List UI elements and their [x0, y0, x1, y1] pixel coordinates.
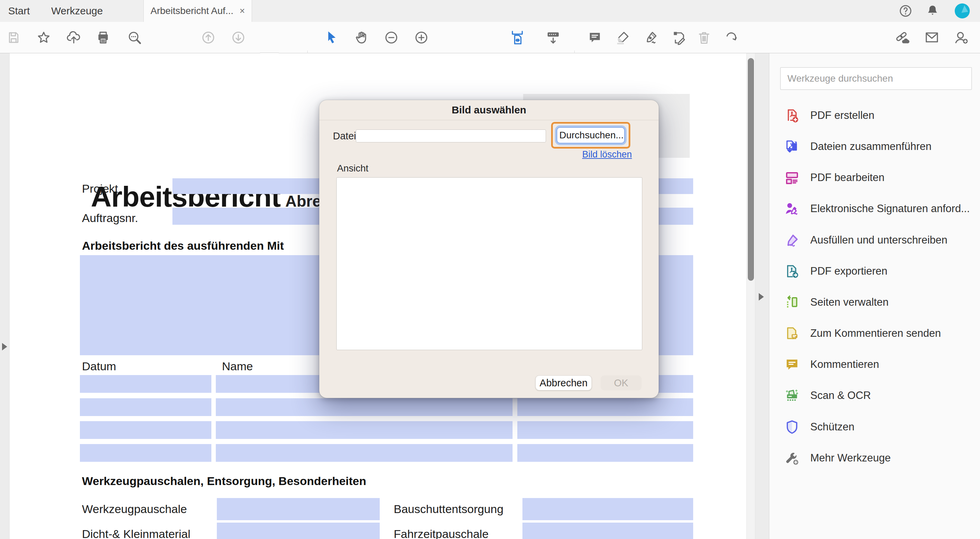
print-icon[interactable]	[95, 30, 111, 45]
redo-icon[interactable]	[724, 30, 738, 45]
travel-flat-rate-field[interactable]	[522, 523, 693, 539]
save-icon[interactable]	[6, 30, 21, 45]
add-user-icon[interactable]	[953, 30, 969, 45]
tools-search-input[interactable]	[780, 67, 972, 90]
file-label: Datei:	[333, 129, 359, 142]
fit-width-icon[interactable]	[509, 30, 525, 45]
dialog-divider	[319, 120, 659, 120]
delete-image-link[interactable]: Bild löschen	[582, 149, 632, 160]
sidebar-item-seiten-verwalten[interactable]: Seiten verwalten	[784, 293, 888, 311]
sidebar-item-zum-kommentieren-senden[interactable]: Zum Kommentieren senden	[784, 324, 941, 343]
tool-flat-rate-field[interactable]	[217, 498, 380, 520]
next-page-icon[interactable]	[231, 30, 246, 45]
cloud-upload-icon[interactable]	[66, 30, 81, 45]
more-tools-icon	[784, 450, 800, 466]
protect-shield-icon	[784, 419, 800, 435]
seal-material-field[interactable]	[217, 523, 380, 539]
hours-field[interactable]	[517, 398, 693, 416]
request-signatures-icon	[784, 201, 800, 217]
sign-pen-icon[interactable]	[643, 30, 658, 45]
vertical-scrollbar-thumb[interactable]	[748, 58, 754, 281]
expand-left-panel-icon[interactable]	[2, 343, 7, 351]
image-preview-area	[336, 177, 642, 350]
page-scrolling-icon[interactable]	[545, 30, 561, 45]
name-field[interactable]	[216, 444, 512, 462]
help-icon[interactable]	[898, 4, 913, 18]
select-tool-icon[interactable]	[325, 30, 339, 45]
right-panel-strip	[755, 53, 769, 539]
date-field[interactable]	[80, 444, 212, 462]
highlighter-icon[interactable]	[615, 30, 630, 45]
debris-disposal-field[interactable]	[522, 498, 693, 520]
user-avatar[interactable]	[954, 3, 970, 19]
edit-document-icon[interactable]	[671, 30, 686, 45]
date-field[interactable]	[80, 375, 212, 393]
edit-pdf-icon	[784, 170, 800, 186]
email-icon[interactable]	[924, 30, 940, 45]
sidebar-item-pdf-erstellen[interactable]: PDF erstellen	[784, 106, 875, 125]
sidebar-item-kommentieren[interactable]: Kommentieren	[784, 355, 879, 374]
select-image-dialog: Bild auswählen Datei: Durchsuchen... Bil…	[319, 100, 659, 398]
name-field[interactable]	[216, 421, 512, 439]
left-panel-strip	[0, 53, 10, 539]
debris-disposal-label: Bauschuttentsorgung	[394, 502, 503, 516]
zoom-out-icon[interactable]	[384, 30, 399, 45]
sidebar-item-dateien-zusammenfuehren[interactable]: Dateien zusammenführen	[784, 137, 932, 156]
section1-heading: Arbeitsbericht des ausführenden Mit	[82, 239, 284, 252]
travel-flat-rate-label: Fahrzeitpauschale	[394, 527, 488, 539]
hand-tool-icon[interactable]	[354, 30, 369, 45]
hours-field[interactable]	[517, 421, 693, 439]
top-tab-bar: Start Werkzeuge Arbeitsbericht Auf... ×	[0, 0, 980, 22]
scan-ocr-icon	[784, 388, 800, 404]
name-column-header: Name	[222, 359, 253, 373]
star-favorite-icon[interactable]	[36, 30, 51, 45]
notifications-bell-icon[interactable]	[925, 4, 940, 18]
ok-button[interactable]: OK	[601, 375, 642, 391]
dialog-title: Bild auswählen	[319, 100, 659, 120]
zoom-in-icon[interactable]	[414, 30, 429, 45]
share-link-icon[interactable]	[894, 30, 910, 45]
tools-panel: PDF erstellen Dateien zusammenführen PDF…	[769, 53, 980, 539]
datum-column-header: Datum	[82, 359, 116, 373]
hours-field[interactable]	[517, 444, 693, 462]
tool-flat-rate-label: Werkzeugpauschale	[82, 502, 187, 516]
file-path-input[interactable]	[356, 129, 546, 142]
comment-tool-icon	[784, 357, 800, 373]
sidebar-item-ausfuellen-unterschreiben[interactable]: Ausfüllen und unterschreiben	[784, 231, 948, 249]
section2-heading: Werkzeugpauschalen, Entsorgung, Besonder…	[82, 474, 366, 488]
delete-trash-icon[interactable]	[697, 30, 712, 45]
acrobat-window: Start Werkzeuge Arbeitsbericht Auf... ×	[0, 0, 980, 539]
fill-sign-icon	[784, 232, 800, 248]
sidebar-item-signaturen-anfordern[interactable]: Elektronische Signaturen anford...	[784, 199, 970, 218]
cancel-button[interactable]: Abbrechen	[535, 375, 592, 391]
seal-material-label: Dicht-& Kleinmaterial	[82, 527, 190, 539]
search-icon[interactable]	[127, 30, 142, 45]
comment-icon[interactable]	[587, 30, 602, 45]
sidebar-item-scan-ocr[interactable]: Scan & OCR	[784, 386, 871, 405]
menu-werkzeuge[interactable]: Werkzeuge	[51, 0, 103, 22]
preview-label: Ansicht	[337, 163, 368, 174]
create-pdf-icon	[784, 108, 800, 124]
sidebar-item-pdf-bearbeiten[interactable]: PDF bearbeiten	[784, 168, 885, 187]
tab-close-icon[interactable]: ×	[240, 6, 245, 16]
export-pdf-icon	[784, 263, 800, 279]
document-tab-title: Arbeitsbericht Auf...	[151, 5, 234, 16]
send-for-comments-icon	[784, 325, 800, 341]
browse-button[interactable]: Durchsuchen...	[557, 127, 625, 144]
menu-start[interactable]: Start	[8, 0, 30, 22]
date-field[interactable]	[80, 421, 212, 439]
sidebar-item-pdf-exportieren[interactable]: PDF exportieren	[784, 262, 888, 281]
organize-pages-icon	[784, 295, 800, 311]
date-field[interactable]	[80, 398, 212, 416]
previous-page-icon[interactable]	[201, 30, 216, 45]
name-field[interactable]	[216, 398, 512, 416]
sidebar-item-mehr-werkzeuge[interactable]: Mehr Werkzeuge	[784, 449, 891, 467]
combine-files-icon	[784, 139, 800, 155]
document-tab[interactable]: Arbeitsbericht Auf... ×	[143, 0, 252, 22]
sidebar-item-schuetzen[interactable]: Schützen	[784, 418, 854, 436]
expand-right-panel-icon[interactable]	[759, 293, 764, 301]
project-label: Projekt	[82, 182, 118, 195]
order-number-label: Auftragsnr.	[82, 211, 138, 225]
main-toolbar: / 1 119% ▾ ▾	[0, 22, 980, 53]
